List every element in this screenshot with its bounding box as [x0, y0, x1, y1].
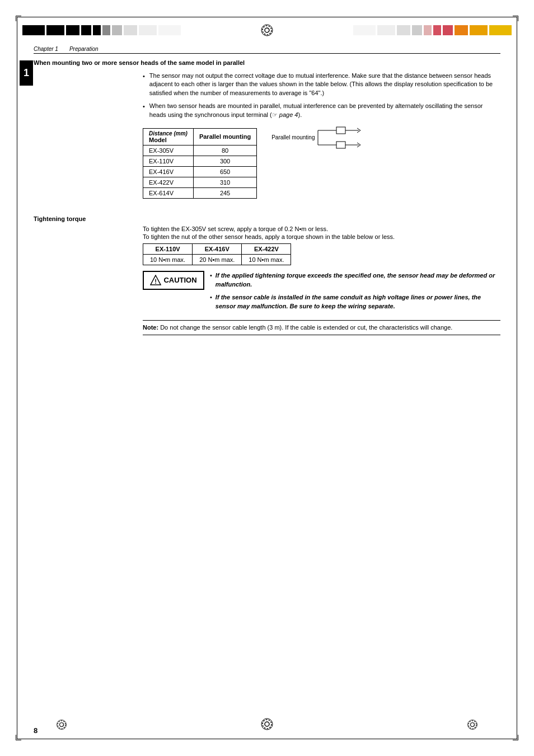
table-row: EX-110V	[143, 156, 194, 166]
bar-item	[443, 25, 453, 35]
table-parallel-header: Parallel mounting	[193, 128, 256, 145]
left-margin	[34, 72, 143, 206]
svg-point-2	[261, 25, 273, 36]
section-parallel-heading: When mounting two or more sensor heads o…	[34, 59, 500, 66]
bullet-dot-1: •	[143, 72, 145, 97]
svg-point-23	[469, 721, 476, 729]
bar-item	[139, 25, 157, 35]
table-row: 310	[193, 177, 256, 187]
table-row: EX-416V	[143, 166, 194, 177]
table-row: 300	[193, 156, 256, 166]
torque-desc1: To tighten the EX-305V set screw, apply …	[143, 226, 500, 232]
parallel-mount-label: Parallel mounting	[271, 134, 315, 140]
parallel-content: • The sensor may not output the correct …	[34, 72, 500, 206]
breadcrumb-chapter: Chapter 1	[34, 46, 58, 52]
page-number: 8	[34, 726, 38, 735]
note-box: Note: Do not change the sensor cable len…	[143, 320, 500, 335]
footer-gear-right-icon	[467, 719, 478, 731]
bar-item	[412, 25, 422, 35]
bar-item	[22, 25, 45, 35]
table-model-header: Model	[143, 137, 194, 145]
bar-item	[93, 25, 101, 35]
torque-left-margin	[34, 226, 143, 335]
note-label: Note:	[143, 324, 158, 331]
caution-bullet-dot-2: •	[210, 293, 212, 311]
torque-table: EX-110V EX-416V EX-422V 10 N•m max. 20 N…	[143, 243, 291, 265]
header-right-bars	[353, 25, 512, 35]
torque-section: Tightening torque To tighten the EX-305V…	[34, 215, 500, 335]
table-row: EX-305V	[143, 145, 194, 156]
svg-point-16	[60, 723, 64, 727]
svg-point-21	[261, 719, 273, 730]
parallel-mount-diagram: Parallel mounting	[271, 124, 362, 152]
svg-line-7	[357, 130, 360, 133]
bar-item	[112, 25, 122, 35]
parallel-table: Distance (mm) Parallel mounting Model EX…	[143, 128, 257, 199]
chapter-tab: 1	[20, 60, 33, 86]
bar-item	[353, 25, 376, 35]
caution-label: CAUTION	[163, 276, 196, 284]
svg-line-6	[357, 128, 360, 130]
svg-point-20	[263, 720, 271, 729]
torque-heading: Tightening torque	[34, 215, 500, 222]
gear-icon	[260, 24, 274, 37]
bullet-dot-2: •	[143, 102, 145, 119]
bar-item	[46, 25, 64, 35]
torque-col-header: EX-110V	[143, 243, 193, 254]
table-row: 80	[193, 145, 256, 156]
header-left-bars	[22, 25, 181, 35]
table-distance-header: Distance (mm)	[143, 128, 194, 137]
svg-point-0	[265, 28, 269, 32]
bar-item	[489, 25, 512, 35]
footer-center-gear-icon	[261, 718, 273, 731]
bar-item	[455, 25, 468, 35]
table-row: 650	[193, 166, 256, 177]
bar-item	[433, 25, 441, 35]
bar-item	[66, 25, 79, 35]
bar-item	[158, 25, 181, 35]
caution-bullet-dot: •	[210, 271, 212, 289]
table-row: 245	[193, 187, 256, 198]
svg-text:!: !	[155, 278, 157, 285]
bullet-2-text: When two sensor heads are mounted in par…	[149, 102, 500, 119]
torque-right-content: To tighten the EX-305V set screw, apply …	[143, 226, 500, 335]
caution-badge: ! CAUTION	[143, 271, 204, 290]
svg-line-11	[357, 143, 360, 145]
caution-item-2: • If the sensor cable is installed in th…	[210, 293, 500, 311]
bar-item	[397, 25, 410, 35]
svg-rect-4	[336, 127, 345, 134]
table-row: EX-422V	[143, 177, 194, 187]
caution-block: ! CAUTION • If the applied tightening to…	[143, 271, 500, 314]
svg-rect-9	[336, 142, 345, 148]
header-center-gear	[260, 24, 274, 37]
chapter-number: 1	[24, 67, 29, 79]
bar-item	[81, 25, 91, 35]
caution-content: • If the applied tightening torque excee…	[210, 271, 500, 314]
bullet-1: • The sensor may not output the correct …	[143, 72, 500, 97]
torque-row: 10 N•m max.	[143, 254, 193, 265]
svg-point-24	[468, 720, 477, 730]
torque-col-header: EX-416V	[193, 243, 242, 254]
bar-item	[124, 25, 137, 35]
bar-item	[377, 25, 395, 35]
main-content: When mounting two or more sensor heads o…	[34, 55, 500, 335]
header-bars	[22, 22, 512, 38]
bar-item	[470, 25, 488, 35]
bullet-1-text: The sensor may not output the correct vo…	[149, 72, 500, 97]
footer-gear-left-icon	[56, 719, 67, 731]
bar-item	[424, 25, 432, 35]
table-row: EX-614V	[143, 187, 194, 198]
table-diagram-row: Distance (mm) Parallel mounting Model EX…	[143, 124, 500, 203]
caution-item-2-text: If the sensor cable is installed in the …	[216, 293, 500, 311]
torque-col-header: EX-422V	[242, 243, 291, 254]
caution-item-1-text: If the applied tightening torque exceeds…	[216, 271, 500, 289]
parallel-right-content: • The sensor may not output the correct …	[143, 72, 500, 206]
breadcrumb: Chapter 1 Preparation	[34, 46, 500, 54]
torque-row: 20 N•m max.	[193, 254, 242, 265]
svg-point-18	[57, 720, 67, 730]
bullet-2: • When two sensor heads are mounted in p…	[143, 102, 500, 119]
svg-point-19	[265, 722, 269, 726]
svg-line-12	[357, 145, 360, 147]
svg-point-22	[471, 723, 475, 727]
torque-desc2: To tighten the nut of the other sensor h…	[143, 233, 500, 240]
